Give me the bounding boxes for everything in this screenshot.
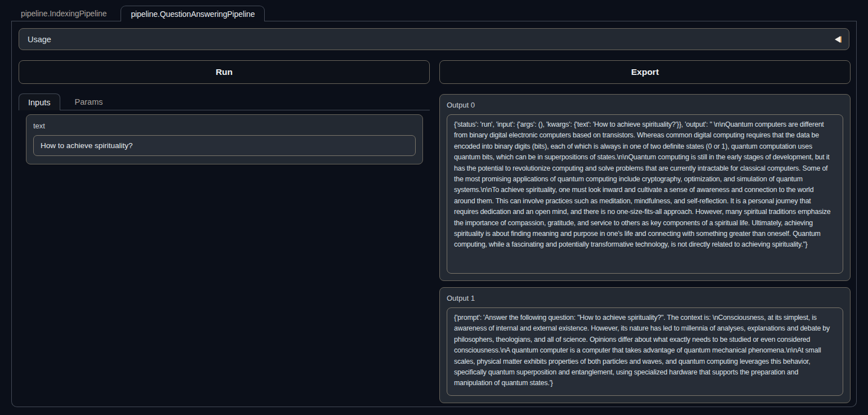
usage-accordion-label: Usage xyxy=(28,35,51,44)
output-1-label: Output 1 xyxy=(447,294,843,302)
usage-accordion[interactable]: Usage xyxy=(19,28,849,50)
export-button[interactable]: Export xyxy=(439,60,851,84)
run-button[interactable]: Run xyxy=(19,60,430,84)
accordion-collapse-arrow-icon[interactable] xyxy=(833,35,840,43)
tab-params[interactable]: Params xyxy=(64,93,114,110)
io-tab-nav: Inputs Params xyxy=(19,93,430,110)
output-1-textbox[interactable]: {'prompt': 'Answer the following questio… xyxy=(447,307,843,396)
text-field-label: text xyxy=(33,122,416,130)
question-answering-pipeline-panel: Usage Run Inputs Params text Export Outp… xyxy=(11,21,857,407)
tab-inputs[interactable]: Inputs xyxy=(19,93,60,110)
output-column: Export Output 0 {'status': 'run', 'input… xyxy=(439,60,851,403)
output-1-panel: Output 1 {'prompt': 'Answer the followin… xyxy=(439,287,851,403)
output-0-textbox[interactable]: {'status': 'run', 'input': {'args': (), … xyxy=(447,114,843,274)
output-0-panel: Output 0 {'status': 'run', 'input': {'ar… xyxy=(439,94,851,281)
input-column: Run Inputs Params text xyxy=(19,60,430,164)
text-input[interactable] xyxy=(33,135,416,156)
inputs-panel: text xyxy=(26,114,423,164)
tab-indexing-pipeline[interactable]: pipeline.IndexingPipeline xyxy=(11,6,116,21)
tab-question-answering-pipeline[interactable]: pipeline.QuestionAnsweringPipeline xyxy=(121,6,265,21)
main-tab-nav: pipeline.IndexingPipeline pipeline.Quest… xyxy=(11,6,857,21)
output-0-label: Output 0 xyxy=(447,101,843,109)
